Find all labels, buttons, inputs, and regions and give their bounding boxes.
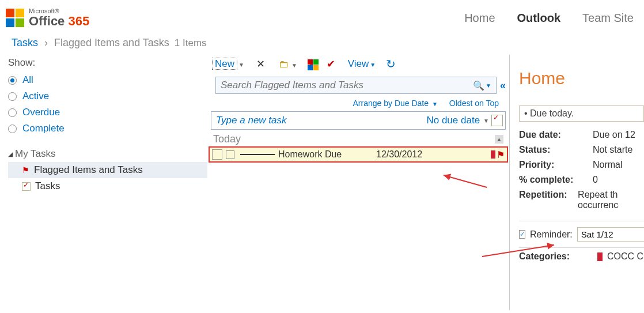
middle-column: New▼ ✕ 🗀▼ ▼ ✔ View▼ ↻ 🔍▼ « Arrange by Du… [207,55,510,310]
new-button[interactable]: New▼ [212,58,244,70]
scroll-up-button[interactable]: ▲ [495,135,503,144]
new-task-row[interactable]: Type a new task No due date ▼ [211,111,506,130]
search-icon[interactable]: 🔍 [473,80,484,91]
nav-teamsite[interactable]: Team Site [582,12,634,25]
tree-tasks[interactable]: Tasks [8,178,207,194]
expand-pane-button[interactable]: « [500,80,506,92]
header-band: Microsoft® Office 365 Home Outlook Team … [0,0,644,33]
chevron-down-icon: ▼ [291,62,297,69]
radio-icon [8,108,17,117]
radio-icon [8,92,17,101]
collapse-icon: ◢ [8,150,13,158]
detail-percent-complete: % complete: 0 [519,172,644,187]
search-row: 🔍▼ « [207,77,509,97]
detail-repetition: Repetition: Repeat th occurrenc [519,187,644,213]
group-header-label: Today [213,133,241,145]
chevron-down-icon[interactable]: ▼ [486,82,491,89]
breadcrumb-sep: › [44,37,48,48]
category-swatch-icon [491,150,495,159]
group-today-header: Today ▲ [207,130,509,146]
breadcrumb: Tasks › Flagged Items and Tasks 1 Items [0,33,644,55]
move-button[interactable]: 🗀▼ [278,58,297,70]
chevron-down-icon: ▼ [370,62,376,68]
categories-value: COCC C [607,251,643,262]
reading-pane: Home • Due today. Due date: Due on 12 St… [510,55,644,310]
task-row[interactable]: Homework Due 12/30/2012 ⚑ [209,146,508,163]
delete-button[interactable]: ✕ [255,58,267,70]
brand-accent: 365 [68,14,89,28]
filter-active[interactable]: Active [8,88,207,104]
arrange-row: Arrange by Due Date ▼ Oldest on Top [207,97,509,111]
categories-label: Categories: [519,251,593,262]
new-task-due[interactable]: No due date [426,115,482,126]
chevron-down-icon: ▼ [432,101,438,107]
move-icon: 🗀 [278,58,290,70]
tasks-icon [22,182,31,191]
show-label: Show: [8,57,207,69]
brand-small: Microsoft® [29,8,89,14]
brand-text: Microsoft® Office 365 [29,8,89,29]
my-tasks-header[interactable]: ◢ My Tasks [8,148,207,160]
sort-order-button[interactable]: Oldest on Top [449,99,499,108]
filter-label: Active [22,90,49,102]
breadcrumb-root[interactable]: Tasks [12,37,38,48]
detail-status: Status: Not starte [519,142,644,157]
task-checkbox[interactable] [226,150,234,159]
new-task-input[interactable]: Type a new task [211,115,426,126]
reminder-date-input[interactable] [577,227,644,242]
tree-item-label: Flagged Items and Tasks [34,164,143,176]
filter-all[interactable]: All [8,72,207,88]
task-date: 12/30/2012 [376,149,457,160]
nav-outlook[interactable]: Outlook [517,12,561,25]
task-type-icon [212,149,222,160]
nav-home[interactable]: Home [464,12,495,25]
task-title: Homework Due [278,149,376,160]
reminder-label: Reminder: [530,229,573,240]
my-tasks-label: My Tasks [15,148,56,160]
filter-label: Complete [22,123,65,134]
save-task-icon[interactable] [491,115,503,126]
tree-flagged-items[interactable]: ⚑ Flagged Items and Tasks [8,162,207,178]
left-column: Show: All Active Overdue Complete ◢ My T… [0,55,207,310]
nav-top: Home Outlook Team Site [464,12,634,25]
filter-label: All [22,74,33,86]
flag-icon: ⚑ [22,165,29,175]
reminder-row: ✓ Reminder: [519,221,644,242]
breadcrumb-count: 1 Items [175,37,207,48]
search-input[interactable] [221,80,473,91]
reading-pane-title: Home [519,69,644,88]
view-button[interactable]: View▼ [348,58,376,70]
tree-item-label: Tasks [35,180,60,192]
brand-logo: Microsoft® Office 365 [6,8,89,29]
filter-complete[interactable]: Complete [8,120,207,137]
office-logo-icon [6,9,25,28]
task-line [240,154,275,155]
filter-label: Overdue [22,107,60,118]
chevron-down-icon[interactable]: ▼ [483,118,489,124]
category-swatch-icon [597,252,603,261]
flag-icon[interactable]: ⚑ [497,149,505,160]
reminder-checkbox[interactable]: ✓ [519,230,525,239]
mark-complete-button[interactable]: ✔ [325,58,338,70]
radio-icon [8,125,17,133]
detail-due-date: Due date: Due on 12 [519,127,644,142]
categorize-button[interactable]: ▼ [308,59,315,69]
toolbar: New▼ ✕ 🗀▼ ▼ ✔ View▼ ↻ [207,56,509,77]
categories-row: Categories: COCC C [519,247,644,262]
filter-radio-list: All Active Overdue Complete [8,72,207,137]
due-today-banner: • Due today. [519,105,644,122]
refresh-button[interactable]: ↻ [386,57,396,71]
filter-overdue[interactable]: Overdue [8,104,207,120]
search-box[interactable]: 🔍▼ [215,77,497,94]
chevron-down-icon: ▼ [238,62,244,68]
radio-icon [8,76,17,85]
detail-priority: Priority: Normal [519,157,644,172]
breadcrumb-current: Flagged Items and Tasks [54,37,169,48]
arrange-by-button[interactable]: Arrange by Due Date ▼ [353,99,438,108]
brand-main: Office [29,14,65,28]
